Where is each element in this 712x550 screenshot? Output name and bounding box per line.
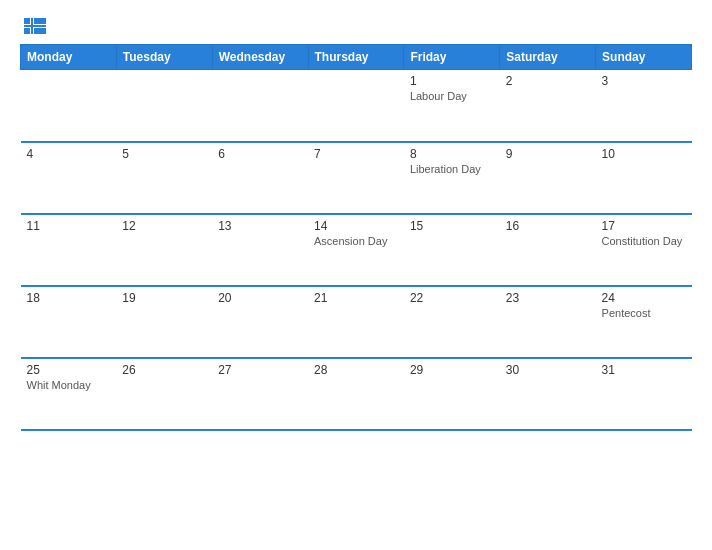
day-cell: 25Whit Monday: [21, 358, 117, 430]
day-cell: [212, 70, 308, 142]
day-number: 17: [602, 219, 686, 233]
header-cell-friday: Friday: [404, 45, 500, 70]
calendar-page: MondayTuesdayWednesdayThursdayFridaySatu…: [0, 0, 712, 550]
day-number: 18: [27, 291, 111, 305]
day-cell: 19: [116, 286, 212, 358]
logo-flag-icon: [24, 18, 46, 34]
week-row-4: 25Whit Monday262728293031: [21, 358, 692, 430]
calendar-header: MondayTuesdayWednesdayThursdayFridaySatu…: [21, 45, 692, 70]
header-cell-wednesday: Wednesday: [212, 45, 308, 70]
header-cell-monday: Monday: [21, 45, 117, 70]
day-number: 2: [506, 74, 590, 88]
day-number: 28: [314, 363, 398, 377]
header-row: MondayTuesdayWednesdayThursdayFridaySatu…: [21, 45, 692, 70]
header: [20, 18, 692, 34]
day-cell: 20: [212, 286, 308, 358]
day-number: 23: [506, 291, 590, 305]
day-cell: 2: [500, 70, 596, 142]
day-number: 27: [218, 363, 302, 377]
calendar-body: 1Labour Day2345678Liberation Day91011121…: [21, 70, 692, 430]
day-number: 13: [218, 219, 302, 233]
header-cell-tuesday: Tuesday: [116, 45, 212, 70]
day-number: 29: [410, 363, 494, 377]
day-number: 31: [602, 363, 686, 377]
header-cell-thursday: Thursday: [308, 45, 404, 70]
day-cell: 5: [116, 142, 212, 214]
day-number: 1: [410, 74, 494, 88]
calendar-table: MondayTuesdayWednesdayThursdayFridaySatu…: [20, 44, 692, 431]
day-cell: 22: [404, 286, 500, 358]
day-cell: 24Pentecost: [596, 286, 692, 358]
header-cell-saturday: Saturday: [500, 45, 596, 70]
day-cell: 9: [500, 142, 596, 214]
day-number: 4: [27, 147, 111, 161]
day-number: 30: [506, 363, 590, 377]
day-number: 16: [506, 219, 590, 233]
day-cell: 7: [308, 142, 404, 214]
holiday-name: Whit Monday: [27, 379, 111, 391]
day-number: 8: [410, 147, 494, 161]
day-number: 3: [602, 74, 686, 88]
day-cell: 10: [596, 142, 692, 214]
week-row-2: 11121314Ascension Day151617Constitution …: [21, 214, 692, 286]
day-number: 25: [27, 363, 111, 377]
week-row-3: 18192021222324Pentecost: [21, 286, 692, 358]
day-number: 22: [410, 291, 494, 305]
day-cell: 29: [404, 358, 500, 430]
day-number: 24: [602, 291, 686, 305]
day-cell: [116, 70, 212, 142]
day-number: 14: [314, 219, 398, 233]
day-cell: 18: [21, 286, 117, 358]
day-cell: 13: [212, 214, 308, 286]
day-number: 9: [506, 147, 590, 161]
day-cell: 28: [308, 358, 404, 430]
day-number: 26: [122, 363, 206, 377]
day-number: 6: [218, 147, 302, 161]
holiday-name: Liberation Day: [410, 163, 494, 175]
holiday-name: Ascension Day: [314, 235, 398, 247]
svg-marker-4: [24, 25, 46, 27]
day-cell: [21, 70, 117, 142]
day-cell: 30: [500, 358, 596, 430]
day-number: 12: [122, 219, 206, 233]
day-number: 7: [314, 147, 398, 161]
day-number: 19: [122, 291, 206, 305]
holiday-name: Pentecost: [602, 307, 686, 319]
day-cell: 12: [116, 214, 212, 286]
holiday-name: Constitution Day: [602, 235, 686, 247]
day-cell: 16: [500, 214, 596, 286]
day-number: 11: [27, 219, 111, 233]
day-cell: 3: [596, 70, 692, 142]
day-number: 15: [410, 219, 494, 233]
day-cell: 1Labour Day: [404, 70, 500, 142]
day-cell: 26: [116, 358, 212, 430]
day-cell: 11: [21, 214, 117, 286]
day-number: 5: [122, 147, 206, 161]
week-row-0: 1Labour Day23: [21, 70, 692, 142]
day-cell: 23: [500, 286, 596, 358]
day-number: 21: [314, 291, 398, 305]
day-cell: 4: [21, 142, 117, 214]
day-cell: 21: [308, 286, 404, 358]
day-cell: 27: [212, 358, 308, 430]
day-cell: [308, 70, 404, 142]
holiday-name: Labour Day: [410, 90, 494, 102]
day-cell: 17Constitution Day: [596, 214, 692, 286]
logo: [20, 18, 46, 34]
week-row-1: 45678Liberation Day910: [21, 142, 692, 214]
day-number: 10: [602, 147, 686, 161]
header-cell-sunday: Sunday: [596, 45, 692, 70]
day-cell: 14Ascension Day: [308, 214, 404, 286]
day-number: 20: [218, 291, 302, 305]
day-cell: 15: [404, 214, 500, 286]
day-cell: 31: [596, 358, 692, 430]
day-cell: 8Liberation Day: [404, 142, 500, 214]
day-cell: 6: [212, 142, 308, 214]
